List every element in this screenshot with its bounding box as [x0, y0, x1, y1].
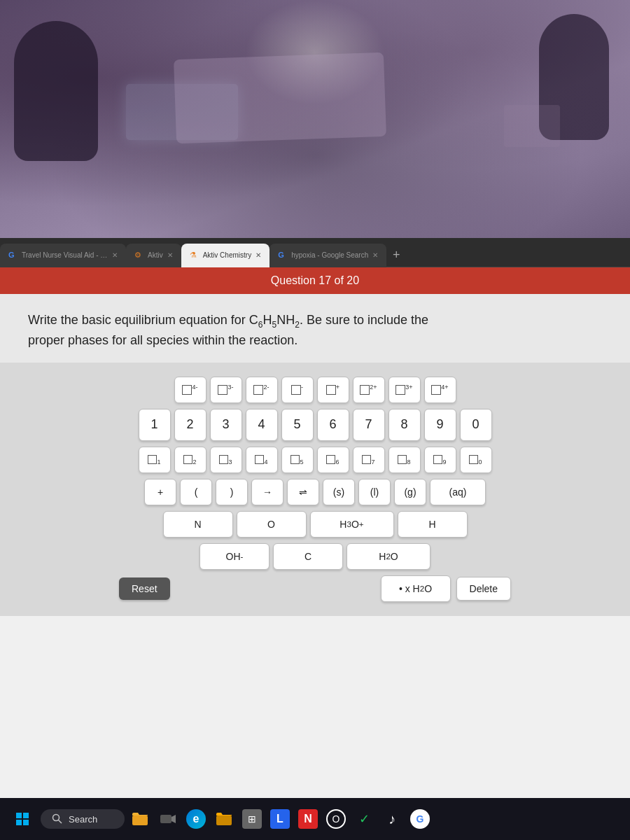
sub-btn-5[interactable]: 5 — [281, 447, 314, 473]
sub-btn-6[interactable]: 6 — [317, 447, 349, 473]
op-equilibrium[interactable]: ⇌ — [287, 479, 319, 505]
edge-icon-shape: e — [186, 809, 206, 829]
sup-btn-2minus[interactable]: 2- — [246, 377, 278, 403]
num-btn-0[interactable]: 0 — [460, 409, 492, 441]
action-row: Reset • x H2O Delete — [119, 575, 511, 602]
elem-C[interactable]: C — [273, 543, 343, 570]
tab-travel-nurse[interactable]: G Travel Nurse Visual Aid - Google ✕ — [0, 244, 126, 267]
op-solid[interactable]: (s) — [323, 479, 355, 505]
svg-rect-2 — [16, 820, 22, 825]
xH2O-button[interactable]: • x H2O — [381, 575, 451, 602]
sub-btn-3[interactable]: 3 — [210, 447, 242, 473]
elem-OH[interactable]: OH- — [200, 543, 270, 570]
file-manager-icon[interactable] — [127, 806, 153, 832]
camera-icon[interactable] — [155, 806, 181, 832]
num-btn-3[interactable]: 3 — [210, 409, 242, 441]
music-note-icon: ♪ — [388, 811, 396, 827]
sup-btn-3minus[interactable]: 3- — [210, 377, 242, 403]
windows-button[interactable] — [7, 804, 38, 834]
sub-btn-8[interactable]: 8 — [388, 447, 421, 473]
tab-close-hypoxia[interactable]: ✕ — [372, 251, 378, 259]
puzzle-icon[interactable]: ⊞ — [239, 806, 265, 832]
elem-H2O[interactable]: H2O — [346, 543, 430, 570]
search-icon — [52, 813, 63, 825]
taskbar-search[interactable]: Search — [41, 809, 125, 829]
svg-rect-7 — [160, 815, 172, 823]
element-row1: N O H3O+ H — [163, 511, 468, 538]
op-open-paren[interactable]: ( — [180, 479, 212, 505]
elem-O[interactable]: O — [237, 511, 307, 538]
edge-browser-icon[interactable]: e — [183, 806, 209, 832]
checkmark-icon[interactable]: ✓ — [351, 806, 377, 832]
svg-point-4 — [53, 815, 59, 821]
app-L-icon[interactable]: L — [267, 806, 293, 832]
elem-N[interactable]: N — [163, 511, 233, 538]
tab-aktiv-chemistry[interactable]: ⚗ Aktiv Chemistry ✕ — [181, 244, 270, 267]
sub-btn-9[interactable]: 9 — [424, 447, 456, 473]
circle-O-icon[interactable]: O — [323, 806, 349, 832]
num-btn-4[interactable]: 4 — [246, 409, 278, 441]
tab-icon-google2: G — [278, 251, 288, 260]
sub-btn-7[interactable]: 7 — [353, 447, 385, 473]
letter-L-shape: L — [270, 809, 290, 829]
elem-H3O[interactable]: H3O+ — [310, 511, 394, 538]
op-aqueous[interactable]: (aq) — [430, 479, 486, 505]
svg-marker-8 — [172, 815, 176, 823]
num-btn-6[interactable]: 6 — [317, 409, 349, 441]
sub-btn-0[interactable]: 0 — [460, 447, 492, 473]
folder-icon-tb[interactable] — [211, 806, 237, 832]
sup-btn-3plus[interactable]: 3+ — [388, 377, 421, 403]
num-btn-2[interactable]: 2 — [174, 409, 206, 441]
circle-O-shape: O — [326, 809, 346, 829]
num-btn-5[interactable]: 5 — [281, 409, 314, 441]
element-row2: OH- C H2O — [200, 543, 430, 570]
svg-line-5 — [59, 820, 62, 824]
op-gas[interactable]: (g) — [394, 479, 426, 505]
svg-rect-1 — [23, 813, 29, 818]
superscript-row: 4- 3- 2- - + — [174, 377, 456, 403]
sup-btn-minus[interactable]: - — [281, 377, 314, 403]
elem-H[interactable]: H — [398, 511, 468, 538]
keyboard-area: 4- 3- 2- - + — [0, 363, 630, 616]
svg-rect-9 — [216, 816, 232, 825]
num-btn-9[interactable]: 9 — [424, 409, 456, 441]
delete-button[interactable]: Delete — [456, 577, 511, 601]
new-tab-button[interactable]: + — [386, 246, 406, 265]
app-N-icon[interactable]: N — [295, 806, 321, 832]
reset-button[interactable]: Reset — [119, 578, 170, 600]
tab-icon-chemistry: ⚗ — [190, 251, 200, 260]
windows-icon — [15, 812, 29, 826]
sub-btn-4[interactable]: 4 — [246, 447, 278, 473]
operator-row: + ( ) → ⇌ (s) (l) (g) (aq) — [144, 479, 486, 505]
question-area: Write the basic equilibrium equation for… — [0, 294, 630, 363]
sup-btn-4minus[interactable]: 4- — [174, 377, 206, 403]
letter-N-shape: N — [298, 809, 318, 829]
op-close-paren[interactable]: ) — [216, 479, 248, 505]
op-plus[interactable]: + — [144, 479, 176, 505]
num-btn-8[interactable]: 8 — [388, 409, 421, 441]
sup-btn-2plus[interactable]: 2+ — [353, 377, 385, 403]
tab-aktiv[interactable]: ⚙ Aktiv ✕ — [126, 244, 181, 267]
svg-rect-3 — [23, 820, 29, 825]
num-btn-7[interactable]: 7 — [353, 409, 385, 441]
music-icon[interactable]: ♪ — [379, 806, 405, 832]
op-arrow[interactable]: → — [251, 479, 284, 505]
question-header: Question 17 of 20 — [0, 267, 630, 294]
op-liquid[interactable]: (l) — [358, 479, 391, 505]
tab-icon-aktiv: ⚙ — [134, 251, 144, 260]
google-icon[interactable]: G — [407, 806, 433, 832]
number-row: 1 2 3 4 5 6 7 8 9 0 — [139, 409, 492, 441]
tab-hypoxia[interactable]: G hypoxia - Google Search ✕ — [270, 244, 386, 267]
folder-icon — [131, 810, 149, 828]
tab-close-aktiv[interactable]: ✕ — [167, 251, 173, 259]
sub-btn-1[interactable]: 1 — [139, 447, 171, 473]
browser-tabs-bar: G Travel Nurse Visual Aid - Google ✕ ⚙ A… — [0, 238, 630, 267]
sub-btn-2[interactable]: 2 — [174, 447, 206, 473]
sup-btn-plus[interactable]: + — [317, 377, 349, 403]
search-label: Search — [69, 814, 97, 825]
sup-btn-4plus[interactable]: 4+ — [424, 377, 456, 403]
tab-close-chemistry[interactable]: ✕ — [255, 251, 261, 259]
tab-icon-google: G — [8, 251, 18, 260]
tab-close-btn[interactable]: ✕ — [112, 251, 118, 259]
num-btn-1[interactable]: 1 — [139, 409, 171, 441]
